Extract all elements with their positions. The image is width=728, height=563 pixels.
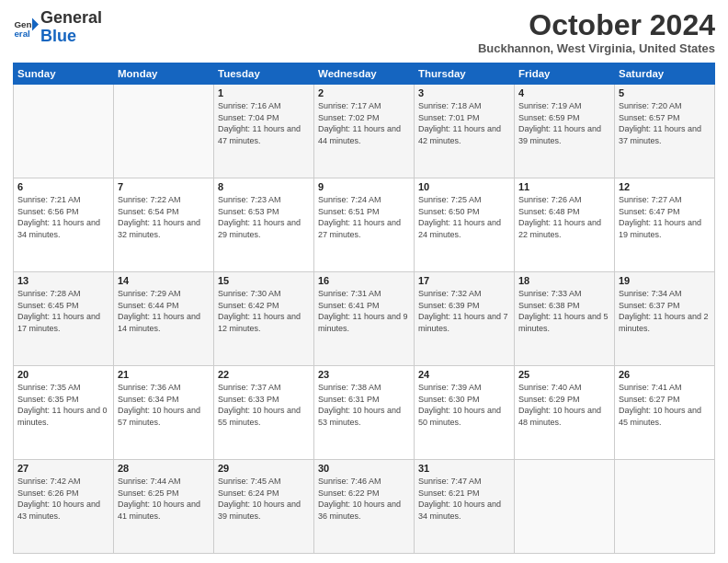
day-cell: 9Sunrise: 7:24 AM Sunset: 6:51 PM Daylig… [314,178,415,272]
day-header-sunday: Sunday [14,63,114,85]
day-number: 9 [318,181,410,192]
calendar-header: SundayMondayTuesdayWednesdayThursdayFrid… [14,63,715,85]
day-number: 29 [218,463,310,474]
day-info: Sunrise: 7:34 AM Sunset: 6:37 PM Dayligh… [619,288,711,334]
day-info: Sunrise: 7:28 AM Sunset: 6:45 PM Dayligh… [17,288,109,334]
day-cell: 3Sunrise: 7:18 AM Sunset: 7:01 PM Daylig… [415,85,515,178]
day-cell: 5Sunrise: 7:20 AM Sunset: 6:57 PM Daylig… [615,85,715,178]
day-info: Sunrise: 7:42 AM Sunset: 6:26 PM Dayligh… [17,476,109,522]
day-number: 14 [118,275,210,286]
day-info: Sunrise: 7:46 AM Sunset: 6:22 PM Dayligh… [318,476,410,522]
day-cell: 27Sunrise: 7:42 AM Sunset: 6:26 PM Dayli… [14,460,114,554]
day-number: 23 [318,369,410,380]
day-cell: 22Sunrise: 7:37 AM Sunset: 6:33 PM Dayli… [214,366,314,460]
day-number: 30 [318,463,410,474]
day-info: Sunrise: 7:16 AM Sunset: 7:04 PM Dayligh… [218,100,310,146]
day-cell: 15Sunrise: 7:30 AM Sunset: 6:42 PM Dayli… [214,272,314,366]
week-row-1: 1Sunrise: 7:16 AM Sunset: 7:04 PM Daylig… [14,85,715,178]
day-number: 25 [518,369,610,380]
day-info: Sunrise: 7:31 AM Sunset: 6:41 PM Dayligh… [318,288,410,334]
day-info: Sunrise: 7:41 AM Sunset: 6:27 PM Dayligh… [619,382,711,428]
day-info: Sunrise: 7:45 AM Sunset: 6:24 PM Dayligh… [218,476,310,522]
day-cell: 1Sunrise: 7:16 AM Sunset: 7:04 PM Daylig… [214,85,314,178]
day-cell: 14Sunrise: 7:29 AM Sunset: 6:44 PM Dayli… [114,272,214,366]
svg-marker-2 [32,17,39,30]
logo-text: GeneralBlue [40,9,102,46]
day-info: Sunrise: 7:21 AM Sunset: 6:56 PM Dayligh… [17,194,109,240]
day-info: Sunrise: 7:23 AM Sunset: 6:53 PM Dayligh… [218,194,310,240]
day-info: Sunrise: 7:25 AM Sunset: 6:50 PM Dayligh… [418,194,510,240]
day-cell: 12Sunrise: 7:27 AM Sunset: 6:47 PM Dayli… [615,178,715,272]
day-cell: 20Sunrise: 7:35 AM Sunset: 6:35 PM Dayli… [14,366,114,460]
day-cell [615,460,715,554]
title-area: October 2024 Buckhannon, West Virginia, … [478,9,715,55]
day-cell: 21Sunrise: 7:36 AM Sunset: 6:34 PM Dayli… [114,366,214,460]
page: Gen eral GeneralBlue October 2024 Buckha… [0,0,728,563]
day-number: 28 [118,463,210,474]
week-row-4: 20Sunrise: 7:35 AM Sunset: 6:35 PM Dayli… [14,366,715,460]
day-info: Sunrise: 7:24 AM Sunset: 6:51 PM Dayligh… [318,194,410,240]
day-info: Sunrise: 7:18 AM Sunset: 7:01 PM Dayligh… [418,100,510,146]
logo-icon: Gen eral [13,15,39,40]
day-cell: 26Sunrise: 7:41 AM Sunset: 6:27 PM Dayli… [615,366,715,460]
day-cell: 2Sunrise: 7:17 AM Sunset: 7:02 PM Daylig… [314,85,415,178]
day-info: Sunrise: 7:17 AM Sunset: 7:02 PM Dayligh… [318,100,410,146]
day-cell [14,85,114,178]
day-cell: 25Sunrise: 7:40 AM Sunset: 6:29 PM Dayli… [515,366,615,460]
day-info: Sunrise: 7:19 AM Sunset: 6:59 PM Dayligh… [518,100,610,146]
day-number: 19 [619,275,711,286]
day-cell: 18Sunrise: 7:33 AM Sunset: 6:38 PM Dayli… [515,272,615,366]
day-info: Sunrise: 7:22 AM Sunset: 6:54 PM Dayligh… [118,194,210,240]
day-cell: 19Sunrise: 7:34 AM Sunset: 6:37 PM Dayli… [615,272,715,366]
day-header-tuesday: Tuesday [214,63,314,85]
day-info: Sunrise: 7:35 AM Sunset: 6:35 PM Dayligh… [17,382,109,428]
day-number: 16 [318,275,410,286]
logo-area: Gen eral GeneralBlue [13,9,102,46]
day-info: Sunrise: 7:39 AM Sunset: 6:30 PM Dayligh… [418,382,510,428]
day-number: 2 [318,87,410,98]
day-number: 13 [17,275,109,286]
day-number: 8 [218,181,310,192]
day-number: 4 [518,87,610,98]
day-number: 21 [118,369,210,380]
day-info: Sunrise: 7:47 AM Sunset: 6:21 PM Dayligh… [418,476,510,522]
day-cell: 28Sunrise: 7:44 AM Sunset: 6:25 PM Dayli… [114,460,214,554]
day-cell: 4Sunrise: 7:19 AM Sunset: 6:59 PM Daylig… [515,85,615,178]
day-info: Sunrise: 7:36 AM Sunset: 6:34 PM Dayligh… [118,382,210,428]
day-cell: 6Sunrise: 7:21 AM Sunset: 6:56 PM Daylig… [14,178,114,272]
day-cell: 24Sunrise: 7:39 AM Sunset: 6:30 PM Dayli… [415,366,515,460]
day-info: Sunrise: 7:29 AM Sunset: 6:44 PM Dayligh… [118,288,210,334]
day-number: 3 [418,87,510,98]
svg-text:eral: eral [14,29,30,39]
day-header-monday: Monday [114,63,214,85]
day-info: Sunrise: 7:32 AM Sunset: 6:39 PM Dayligh… [418,288,510,334]
header: Gen eral GeneralBlue October 2024 Buckha… [13,9,715,55]
day-cell: 10Sunrise: 7:25 AM Sunset: 6:50 PM Dayli… [415,178,515,272]
day-number: 24 [418,369,510,380]
day-cell: 11Sunrise: 7:26 AM Sunset: 6:48 PM Dayli… [515,178,615,272]
day-number: 17 [418,275,510,286]
day-cell: 17Sunrise: 7:32 AM Sunset: 6:39 PM Dayli… [415,272,515,366]
day-number: 26 [619,369,711,380]
day-cell: 16Sunrise: 7:31 AM Sunset: 6:41 PM Dayli… [314,272,415,366]
day-info: Sunrise: 7:33 AM Sunset: 6:38 PM Dayligh… [518,288,610,334]
day-number: 11 [518,181,610,192]
week-row-5: 27Sunrise: 7:42 AM Sunset: 6:26 PM Dayli… [14,460,715,554]
days-header-row: SundayMondayTuesdayWednesdayThursdayFrid… [14,63,715,85]
day-cell [114,85,214,178]
day-number: 1 [218,87,310,98]
location-subtitle: Buckhannon, West Virginia, United States [478,41,715,55]
day-header-friday: Friday [515,63,615,85]
day-info: Sunrise: 7:27 AM Sunset: 6:47 PM Dayligh… [619,194,711,240]
day-info: Sunrise: 7:40 AM Sunset: 6:29 PM Dayligh… [518,382,610,428]
day-info: Sunrise: 7:26 AM Sunset: 6:48 PM Dayligh… [518,194,610,240]
day-number: 20 [17,369,109,380]
day-header-saturday: Saturday [615,63,715,85]
day-info: Sunrise: 7:37 AM Sunset: 6:33 PM Dayligh… [218,382,310,428]
day-cell: 7Sunrise: 7:22 AM Sunset: 6:54 PM Daylig… [114,178,214,272]
week-row-3: 13Sunrise: 7:28 AM Sunset: 6:45 PM Dayli… [14,272,715,366]
day-cell: 23Sunrise: 7:38 AM Sunset: 6:31 PM Dayli… [314,366,415,460]
day-info: Sunrise: 7:30 AM Sunset: 6:42 PM Dayligh… [218,288,310,334]
week-row-2: 6Sunrise: 7:21 AM Sunset: 6:56 PM Daylig… [14,178,715,272]
day-cell: 8Sunrise: 7:23 AM Sunset: 6:53 PM Daylig… [214,178,314,272]
